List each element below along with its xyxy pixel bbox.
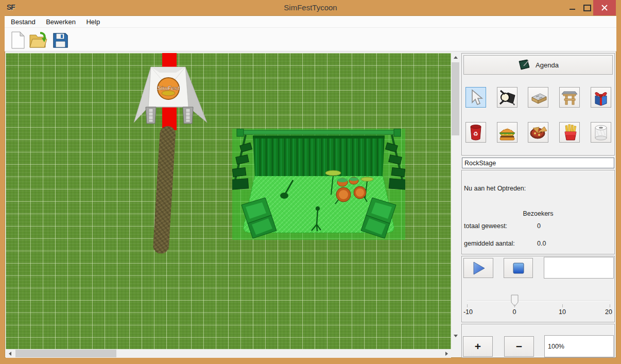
average-visitors-label: gemiddeld aantal:: [464, 240, 515, 247]
scroll-down-icon[interactable]: [454, 335, 458, 337]
tool-platform-button[interactable]: [528, 87, 548, 108]
slider-label-ten: 10: [559, 308, 566, 316]
stage-light-icon: [498, 89, 516, 106]
tent-leg: [183, 107, 193, 124]
pizza-icon: [529, 125, 547, 140]
tent-logo-text: SimFest: [158, 85, 180, 91]
close-icon: [601, 5, 608, 11]
minus-icon: −: [516, 340, 522, 353]
menubar: Bestand Bewerken Help: [5, 16, 616, 28]
tool-entrance-gate-button[interactable]: [559, 87, 580, 108]
new-file-button[interactable]: [9, 30, 27, 50]
entrance-tent[interactable]: SimFest: [133, 65, 208, 138]
menu-bestand[interactable]: Bestand: [7, 16, 40, 27]
vertical-scrollbar[interactable]: [451, 53, 460, 349]
tools-groupbox: Agenda: [461, 53, 615, 155]
horizontal-scrollbar[interactable]: [6, 349, 451, 358]
total-visitors-value: 0: [537, 222, 541, 230]
gift-icon: [592, 89, 610, 106]
simulation-controls-groupbox: -10 0 10 20: [461, 256, 615, 322]
play-button[interactable]: [463, 258, 493, 278]
agenda-label: Agenda: [536, 61, 559, 69]
agenda-button[interactable]: Agenda: [463, 55, 613, 75]
scroll-up-icon[interactable]: [454, 56, 458, 59]
application-window: SF SimFestTycoon Bestand Bewerken Help: [0, 0, 621, 364]
slider-tick: [610, 304, 610, 307]
total-visitors-label: totaal geweest:: [464, 222, 507, 230]
slider-tick: [514, 304, 515, 307]
horizontal-scroll-thumb[interactable]: [15, 350, 116, 357]
tool-trash-can-button[interactable]: ♻: [465, 122, 486, 143]
open-folder-icon: [29, 31, 47, 49]
entrance-gate-icon: [560, 89, 579, 106]
now-performing-label: Nu aan het Optreden:: [464, 185, 526, 192]
slider-label-max: 20: [605, 308, 612, 316]
floppy-disk-icon: [52, 32, 68, 48]
stage-truss: [240, 130, 397, 134]
fries-icon: [561, 124, 578, 141]
tent-leg: [146, 107, 156, 124]
blank-page-icon: [11, 31, 25, 49]
slider-label-min: -10: [463, 308, 473, 316]
plus-icon: +: [475, 340, 481, 353]
agenda-book-icon: [518, 59, 531, 71]
zoom-level-value: 100%: [548, 343, 564, 350]
tool-select-button[interactable]: [465, 87, 486, 108]
tool-fries-button[interactable]: [559, 122, 580, 143]
window-title: SimFestTycoon: [0, 3, 621, 12]
zoom-in-button[interactable]: +: [463, 336, 493, 357]
toolbar: [5, 28, 616, 51]
tool-pizza-button[interactable]: [528, 122, 548, 143]
average-visitors-value: 0.0: [537, 240, 546, 247]
info-groupbox: Nu aan het Optreden: Bezoekers totaal ge…: [461, 170, 615, 254]
select-cursor-icon: [468, 89, 484, 106]
stage-name-input[interactable]: [462, 158, 614, 168]
menu-bewerken[interactable]: Bewerken: [42, 16, 80, 27]
play-icon: [471, 261, 486, 275]
toilet-paper-icon: [593, 124, 609, 141]
stop-button[interactable]: [504, 258, 533, 278]
save-file-button[interactable]: [51, 30, 70, 50]
svg-text:♻: ♻: [473, 131, 478, 137]
status-panel: [544, 257, 614, 279]
dirt-path[interactable]: [152, 126, 176, 254]
stop-icon: [512, 262, 525, 275]
sidebar: Agenda: [461, 53, 615, 358]
rock-stage[interactable]: [232, 129, 405, 240]
festival-map-canvas[interactable]: SimFest: [6, 53, 451, 349]
slider-label-zero: 0: [513, 308, 516, 316]
tool-gift-button[interactable]: [591, 87, 611, 108]
vertical-scroll-thumb[interactable]: [452, 62, 459, 135]
titlebar[interactable]: SF SimFestTycoon: [0, 0, 621, 15]
open-file-button[interactable]: [29, 30, 47, 50]
scroll-left-icon[interactable]: [9, 352, 11, 356]
visitors-heading: Bezoekers: [462, 210, 614, 217]
platform-icon: [529, 90, 547, 105]
burger-icon: [498, 124, 516, 141]
zoom-out-button[interactable]: −: [504, 336, 534, 357]
maximize-button[interactable]: [580, 0, 593, 15]
minimize-button[interactable]: [565, 0, 580, 15]
menu-help[interactable]: Help: [82, 16, 104, 27]
slider-tick: [467, 304, 468, 307]
tool-stage-light-button[interactable]: [497, 87, 518, 108]
zoom-groupbox: + − 100%: [461, 324, 615, 358]
slider-tick: [562, 304, 563, 307]
trash-can-icon: ♻: [468, 124, 484, 141]
speed-slider-track[interactable]: [467, 300, 610, 301]
tool-burger-button[interactable]: [497, 122, 518, 143]
tool-toilet-paper-button[interactable]: [591, 122, 611, 143]
zoom-level-field[interactable]: 100%: [544, 335, 614, 357]
scroll-right-icon[interactable]: [445, 352, 448, 356]
close-button[interactable]: [593, 0, 616, 15]
